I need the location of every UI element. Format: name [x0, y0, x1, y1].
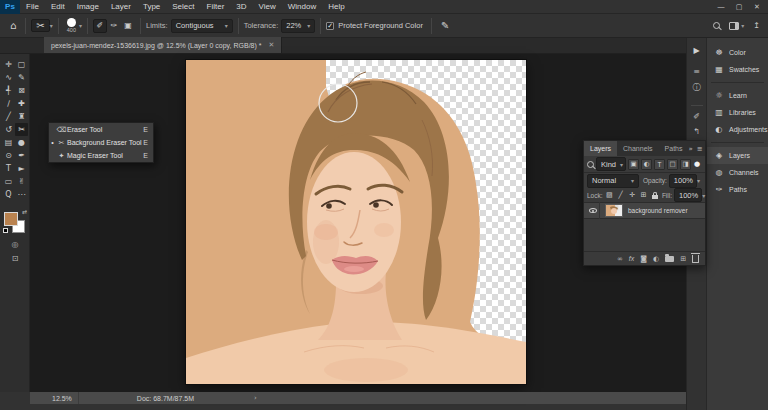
- new-layer-icon[interactable]: ⊞: [680, 255, 686, 263]
- dock-item-channels[interactable]: ◍ Channels: [707, 164, 768, 181]
- type-tool-icon[interactable]: T: [2, 162, 15, 175]
- brush-picker[interactable]: 400: [64, 18, 79, 34]
- brush-tool-icon[interactable]: ╱: [2, 110, 15, 123]
- flyout-item-eraser-tool[interactable]: ⌫ Eraser Tool E: [49, 123, 153, 136]
- menu-help[interactable]: Help: [322, 0, 350, 14]
- delete-layer-icon[interactable]: [692, 255, 699, 263]
- menu-filter[interactable]: Filter: [201, 0, 231, 14]
- lock-artboard-icon[interactable]: ⊞: [639, 191, 648, 199]
- status-chevron-icon[interactable]: ›: [254, 394, 257, 402]
- history-brush-tool-icon[interactable]: ↺: [2, 123, 15, 136]
- menu-view[interactable]: View: [253, 0, 282, 14]
- limits-select[interactable]: Contiguous ▾: [171, 19, 233, 33]
- marquee-tool-icon[interactable]: ▢: [15, 58, 28, 71]
- menu-3d[interactable]: 3D: [230, 0, 252, 14]
- layer-name[interactable]: background remover: [628, 207, 688, 214]
- menu-image[interactable]: Image: [71, 0, 105, 14]
- link-layers-icon[interactable]: ∞: [617, 255, 623, 263]
- move-tool-icon[interactable]: ✛: [2, 58, 15, 71]
- screen-mode-icon[interactable]: ⊡: [2, 254, 28, 263]
- clone-source-icon[interactable]: ↰: [693, 127, 700, 136]
- sampling-continuous-icon[interactable]: ✐: [93, 19, 107, 33]
- dock-item-color[interactable]: ☸ Color: [707, 44, 768, 61]
- lock-all-icon[interactable]: [652, 195, 658, 199]
- lock-pixels-icon[interactable]: ╱: [616, 191, 625, 199]
- filter-pixel-layers-icon[interactable]: ▣: [628, 159, 639, 170]
- menu-file[interactable]: File: [20, 0, 45, 14]
- path-selection-tool-icon[interactable]: ►: [15, 162, 28, 175]
- home-icon[interactable]: ⌂: [6, 20, 20, 31]
- menu-select[interactable]: Select: [166, 0, 200, 14]
- quick-selection-tool-icon[interactable]: ✎: [15, 71, 28, 84]
- restore-button[interactable]: ▢: [732, 0, 746, 14]
- search-icon[interactable]: [713, 22, 720, 29]
- default-colors-icon[interactable]: [3, 228, 8, 233]
- tab-close-icon[interactable]: ✕: [268, 41, 274, 49]
- zoom-level-field[interactable]: 12.5%: [46, 392, 79, 404]
- tab-paths[interactable]: Paths: [659, 141, 689, 156]
- menu-window[interactable]: Window: [282, 0, 322, 14]
- layer-row[interactable]: background remover: [584, 202, 705, 219]
- filter-type-layers-icon[interactable]: T: [654, 159, 665, 170]
- layer-visibility-toggle[interactable]: [587, 202, 600, 219]
- quick-mask-icon[interactable]: ◎: [2, 240, 28, 249]
- filter-shape-layers-icon[interactable]: □: [667, 159, 678, 170]
- minimize-button[interactable]: —: [714, 0, 728, 14]
- background-eraser-tool-icon[interactable]: ✂: [15, 123, 28, 136]
- zoom-tool-icon[interactable]: Q: [2, 188, 15, 201]
- brush-caret-icon[interactable]: ▾: [79, 22, 82, 29]
- lasso-tool-icon[interactable]: ∿: [2, 71, 15, 84]
- pen-tool-icon[interactable]: ✒: [15, 149, 28, 162]
- tab-channels[interactable]: Channels: [617, 141, 659, 156]
- collapse-panel-icon[interactable]: »: [689, 145, 693, 153]
- new-group-icon[interactable]: [665, 256, 674, 262]
- fill-input[interactable]: 100% ▾: [674, 188, 702, 202]
- foreground-color-swatch[interactable]: [4, 212, 18, 226]
- lock-position-icon[interactable]: ✛: [627, 191, 636, 199]
- filter-adjustment-layers-icon[interactable]: ◐: [641, 159, 652, 170]
- canvas-image[interactable]: [186, 60, 526, 384]
- kind-filter-select[interactable]: Kind ▾: [596, 157, 626, 171]
- protect-foreground-checkbox[interactable]: ✓: [326, 22, 334, 30]
- dock-item-adjustments[interactable]: ◐ Adjustments: [707, 121, 768, 138]
- dock-item-libraries[interactable]: ▥ Libraries: [707, 104, 768, 121]
- add-layer-mask-icon[interactable]: ◙: [640, 255, 647, 263]
- sampling-background-swatch-icon[interactable]: ▣: [121, 19, 135, 33]
- new-adjustment-layer-icon[interactable]: ◐: [653, 255, 659, 263]
- menu-layer[interactable]: Layer: [105, 0, 137, 14]
- dock-item-layers[interactable]: ◈ Layers: [707, 147, 768, 164]
- frame-tool-icon[interactable]: ⊠: [15, 84, 28, 97]
- filter-toggle-icon[interactable]: ●: [694, 160, 700, 168]
- menu-edit[interactable]: Edit: [45, 0, 71, 14]
- crop-tool-icon[interactable]: ╃: [2, 84, 15, 97]
- tablet-pressure-icon[interactable]: ✎: [437, 20, 453, 31]
- edit-toolbar-icon[interactable]: ⋯: [15, 188, 28, 201]
- clone-stamp-tool-icon[interactable]: ♜: [15, 110, 28, 123]
- healing-brush-tool-icon[interactable]: ✚: [15, 97, 28, 110]
- dock-item-learn[interactable]: ☼ Learn: [707, 87, 768, 104]
- workspace-switcher[interactable]: ▾: [729, 22, 744, 30]
- close-button[interactable]: ✕: [750, 0, 764, 14]
- menu-type[interactable]: Type: [137, 0, 166, 14]
- lock-transparency-icon[interactable]: ▨: [605, 191, 614, 199]
- dock-item-swatches[interactable]: ▦ Swatches: [707, 61, 768, 78]
- tool-preset-caret-icon[interactable]: ▾: [50, 22, 53, 29]
- gradient-tool-icon[interactable]: ▤: [2, 136, 15, 149]
- brush-settings-icon[interactable]: ✐: [693, 112, 700, 121]
- tolerance-input[interactable]: 22% ▾: [281, 19, 315, 33]
- flyout-item-background-eraser-tool[interactable]: ✂ Background Eraser Tool E: [49, 136, 153, 149]
- filter-smart-objects-icon[interactable]: ◨: [680, 159, 691, 170]
- dock-item-paths[interactable]: ✑ Paths: [707, 181, 768, 198]
- flyout-item-magic-eraser-tool[interactable]: ✦ Magic Eraser Tool E: [49, 149, 153, 162]
- layer-thumbnail[interactable]: [605, 204, 623, 217]
- document-tab[interactable]: pexels-juan-mendez-1536619.jpg @ 12.5% (…: [44, 37, 282, 53]
- share-icon[interactable]: ↥: [753, 21, 760, 30]
- opacity-input[interactable]: 100% ▾: [669, 174, 697, 188]
- dodge-tool-icon[interactable]: ⊙: [2, 149, 15, 162]
- hand-tool-icon[interactable]: ✌: [15, 175, 28, 188]
- tab-layers[interactable]: Layers: [584, 141, 617, 156]
- panel-menu-icon[interactable]: ≡: [697, 145, 703, 153]
- rectangle-tool-icon[interactable]: ▭: [2, 175, 15, 188]
- blend-mode-select[interactable]: Normal ▾: [587, 174, 639, 188]
- properties-icon[interactable]: ≡: [693, 67, 700, 76]
